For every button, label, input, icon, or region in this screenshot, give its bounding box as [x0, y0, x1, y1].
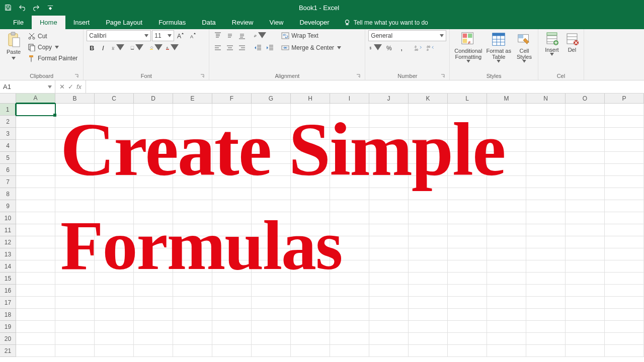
cell[interactable] — [487, 224, 526, 236]
cell[interactable] — [173, 140, 212, 152]
cell[interactable] — [487, 116, 526, 128]
cell[interactable] — [448, 333, 487, 345]
cell[interactable] — [173, 297, 212, 309]
cell[interactable] — [448, 321, 487, 333]
cell[interactable] — [95, 321, 134, 333]
name-box[interactable]: A1 — [0, 80, 55, 93]
cell[interactable] — [566, 248, 605, 260]
cell[interactable] — [252, 152, 291, 164]
cell[interactable] — [95, 273, 134, 285]
cell[interactable] — [134, 116, 173, 128]
cell[interactable] — [369, 236, 409, 248]
cell[interactable] — [291, 152, 330, 164]
cell[interactable] — [566, 236, 605, 248]
cell[interactable] — [526, 236, 566, 248]
cell[interactable] — [173, 309, 212, 321]
cell[interactable] — [330, 333, 369, 345]
cell[interactable] — [173, 285, 212, 297]
cell[interactable] — [409, 104, 448, 116]
row-header[interactable]: 2 — [0, 116, 16, 128]
cell[interactable] — [252, 140, 291, 152]
cell[interactable] — [95, 116, 134, 128]
cell[interactable] — [605, 212, 644, 224]
cell[interactable] — [55, 248, 95, 260]
cell[interactable] — [605, 321, 644, 333]
cell[interactable] — [448, 140, 487, 152]
cell[interactable] — [369, 321, 409, 333]
cell[interactable] — [605, 273, 644, 285]
cell[interactable] — [487, 273, 526, 285]
cell[interactable] — [55, 309, 95, 321]
increase-font-button[interactable]: A — [175, 30, 186, 41]
column-header[interactable]: I — [330, 94, 369, 104]
tab-developer[interactable]: Developer — [291, 16, 337, 29]
cell[interactable] — [330, 128, 369, 140]
cell[interactable] — [369, 309, 409, 321]
cell[interactable] — [487, 260, 526, 273]
row-header[interactable]: 15 — [0, 273, 16, 285]
cell[interactable] — [566, 260, 605, 273]
row-header[interactable]: 6 — [0, 164, 16, 176]
enter-formula-button[interactable]: ✓ — [68, 83, 73, 90]
cell[interactable] — [16, 273, 55, 285]
cell[interactable] — [212, 297, 252, 309]
cell[interactable] — [212, 116, 252, 128]
cell[interactable] — [369, 140, 409, 152]
cell[interactable] — [252, 176, 291, 188]
cell[interactable] — [605, 224, 644, 236]
cell[interactable] — [605, 104, 644, 116]
cell[interactable] — [409, 236, 448, 248]
paste-button[interactable]: Paste — [3, 30, 24, 64]
cell[interactable] — [291, 285, 330, 297]
cell[interactable] — [448, 104, 487, 116]
cell[interactable] — [16, 140, 55, 152]
cell[interactable] — [409, 345, 448, 357]
cell[interactable] — [291, 248, 330, 260]
column-header[interactable]: H — [291, 94, 330, 104]
cell[interactable] — [55, 128, 95, 140]
cell[interactable] — [330, 260, 369, 273]
cell[interactable] — [291, 140, 330, 152]
borders-button[interactable] — [130, 42, 145, 53]
row-header[interactable]: 17 — [0, 297, 16, 309]
cell[interactable] — [487, 164, 526, 176]
cell[interactable] — [95, 176, 134, 188]
cell[interactable] — [605, 200, 644, 212]
column-header[interactable]: J — [369, 94, 409, 104]
cell[interactable] — [55, 164, 95, 176]
column-header[interactable]: M — [487, 94, 526, 104]
tab-review[interactable]: Review — [224, 16, 262, 29]
cell[interactable] — [95, 188, 134, 200]
cell[interactable] — [16, 188, 55, 200]
cell[interactable] — [330, 164, 369, 176]
cell[interactable] — [487, 248, 526, 260]
cell[interactable] — [409, 297, 448, 309]
cell[interactable] — [55, 104, 95, 116]
save-button[interactable] — [2, 2, 14, 14]
increase-decimal-button[interactable]: .0.00 — [413, 42, 424, 53]
cell[interactable] — [448, 273, 487, 285]
cut-button[interactable]: Cut — [25, 31, 80, 42]
cell[interactable] — [566, 273, 605, 285]
cell[interactable] — [134, 260, 173, 273]
cell[interactable] — [212, 200, 252, 212]
cell[interactable] — [369, 164, 409, 176]
cell[interactable] — [369, 297, 409, 309]
row-header[interactable]: 19 — [0, 321, 16, 333]
cell[interactable] — [95, 260, 134, 273]
align-middle-button[interactable] — [224, 30, 235, 41]
cell[interactable] — [487, 104, 526, 116]
cell[interactable] — [291, 309, 330, 321]
cell[interactable] — [252, 200, 291, 212]
cell[interactable] — [16, 297, 55, 309]
cell[interactable] — [448, 128, 487, 140]
row-header[interactable]: 9 — [0, 200, 16, 212]
cell[interactable] — [173, 260, 212, 273]
cell[interactable] — [95, 224, 134, 236]
cell[interactable] — [252, 224, 291, 236]
cell[interactable] — [409, 140, 448, 152]
cell[interactable] — [448, 176, 487, 188]
cell[interactable] — [566, 212, 605, 224]
cell[interactable] — [252, 260, 291, 273]
cell[interactable] — [291, 321, 330, 333]
